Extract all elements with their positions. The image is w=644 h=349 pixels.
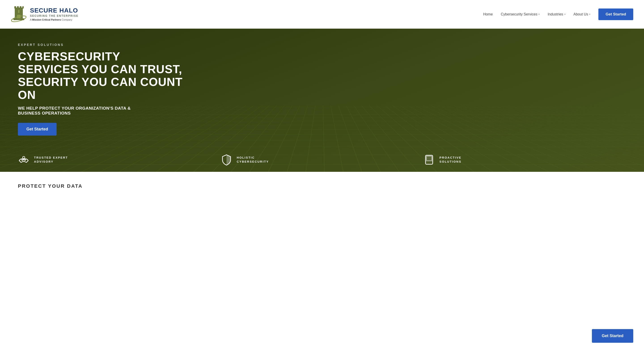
svg-rect-2 — [17, 6, 19, 9]
feature-trusted-label: TRUSTED EXPERTADVISORY — [34, 156, 68, 164]
hero-cta-button[interactable]: Get Started — [18, 123, 56, 136]
feature-holistic: HOLISTICCYBERSECURITY — [221, 154, 424, 166]
hero-content: EXPERT SOLUTIONS CYBERSECURITY SERVICES … — [0, 29, 201, 136]
shield-icon — [221, 154, 232, 166]
logo-text-block: SECURE HALO SECURING THE ENTERPRISE A Mi… — [30, 8, 78, 21]
chevron-down-icon: ▾ — [589, 13, 590, 16]
hero-features-bar: TRUSTED EXPERTADVISORY HOLISTICCYBERSECU… — [0, 148, 644, 172]
hero-subtitle: WE HELP PROTECT YOUR ORGANIZATION'S DATA… — [18, 106, 183, 116]
feature-trusted-expert: TRUSTED EXPERTADVISORY — [18, 154, 221, 166]
below-hero-section: PROTECT YOUR DATA — [0, 172, 644, 190]
svg-rect-6 — [18, 10, 20, 13]
chevron-down-icon: ▾ — [538, 13, 540, 16]
feature-proactive: PROACTIVESOLUTIONS — [423, 154, 626, 166]
logo-company: A Mission Critical Partners Company — [30, 18, 78, 21]
logo-icon — [11, 5, 27, 23]
nav-industries[interactable]: Industries ▾ — [548, 12, 565, 16]
hero-eyebrow: EXPERT SOLUTIONS — [18, 43, 183, 47]
svg-rect-1 — [14, 6, 16, 9]
svg-rect-3 — [20, 6, 22, 9]
svg-point-9 — [22, 156, 25, 159]
hero-section: EXPERT SOLUTIONS CYBERSECURITY SERVICES … — [0, 29, 644, 172]
below-hero-title: PROTECT YOUR DATA — [18, 183, 82, 189]
logo-subtitle: SECURING THE ENTERPRISE — [30, 14, 78, 18]
nav: Home Cybersecurity Services ▾ Industries… — [483, 9, 633, 20]
logo-area: SECURE HALO SECURING THE ENTERPRISE A Mi… — [11, 5, 78, 23]
feature-proactive-label: PROACTIVESOLUTIONS — [440, 156, 461, 164]
tablet-icon — [423, 154, 435, 166]
svg-rect-4 — [22, 6, 24, 9]
feature-holistic-label: HOLISTICCYBERSECURITY — [237, 156, 269, 164]
logo-title: SECURE HALO — [30, 8, 78, 14]
svg-rect-8 — [14, 18, 24, 20]
nav-cybersecurity[interactable]: Cybersecurity Services ▾ — [501, 12, 540, 16]
nav-home[interactable]: Home — [483, 12, 493, 16]
chevron-down-icon: ▾ — [564, 13, 566, 16]
header: SECURE HALO SECURING THE ENTERPRISE A Mi… — [0, 0, 644, 29]
hero-title: CYBERSECURITY SERVICES YOU CAN TRUST, SE… — [18, 50, 183, 101]
nav-about[interactable]: About Us ▾ — [574, 12, 590, 16]
get-started-nav-button[interactable]: Get Started — [598, 9, 633, 20]
handshake-icon — [18, 154, 30, 166]
